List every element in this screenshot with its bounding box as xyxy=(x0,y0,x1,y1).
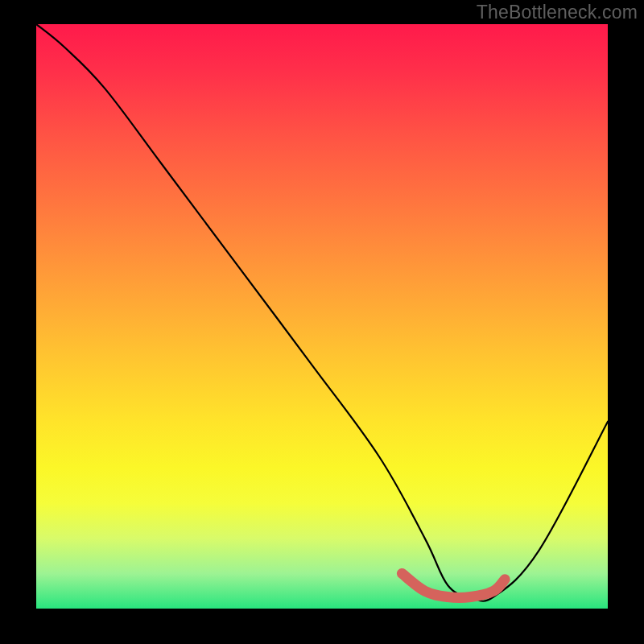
highlight-segment xyxy=(402,573,505,597)
bottleneck-curve xyxy=(36,24,608,601)
watermark-text: TheBottleneck.com xyxy=(477,2,638,23)
plot-area xyxy=(36,24,608,609)
chart-container: TheBottleneck.com xyxy=(0,0,644,644)
chart-svg xyxy=(36,24,608,609)
